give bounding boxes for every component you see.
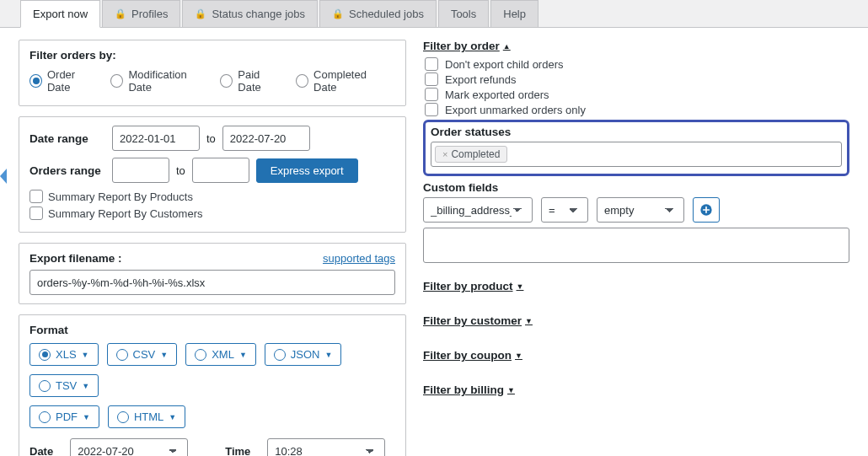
range-panel: Date range to Orders range to Express ex… [19,116,406,233]
caret-down-icon: ▼ [239,351,247,359]
date-from-input[interactable] [112,126,200,151]
orders-range-label: Orders range [29,164,105,177]
summary-customers-label: Summary Report By Customers [48,207,203,220]
mark-checkbox[interactable] [425,88,438,101]
caret-down-icon: ▼ [169,413,176,421]
arrow-down-icon: ▼ [517,282,524,291]
cf-operator-select[interactable]: = [541,197,588,223]
right-column: Filter by order ▲ Don't export child ord… [423,40,849,456]
refunds-checkbox[interactable] [425,72,438,86]
unmarked-checkbox[interactable] [425,103,438,116]
filter-by-product-header[interactable]: Filter by product▼ [423,280,523,292]
summary-customers-checkbox[interactable] [29,207,43,220]
format-xml[interactable]: XML▼ [185,343,256,366]
format-label: XLS [56,348,77,361]
caret-down-icon: ▼ [82,382,89,390]
caret-down-icon: ▼ [83,413,90,421]
tab-label: Profiles [131,8,168,20]
caret-down-icon: ▼ [82,351,89,359]
format-panel: Format XLS▼ CSV▼ XML▼ JSON▼ TSV▼ PDF▼ HT… [19,314,406,456]
caret-down-icon: ▼ [160,351,168,359]
format-label: CSV [133,348,156,361]
time-select[interactable]: 10:28 [267,438,385,456]
caret-down-icon: ▼ [324,351,332,359]
format-json[interactable]: JSON▼ [265,343,342,366]
date-to-input[interactable] [222,126,310,151]
radio-icon [116,349,128,361]
datetime-row: Date 2022-07-20 Time 10:28 [29,438,395,456]
check-label: Export refunds [445,73,517,86]
date-range-row: Date range to [29,126,395,151]
plus-circle-icon [699,203,713,217]
tab-help[interactable]: Help [490,0,538,27]
cf-value-select[interactable]: empty [597,197,684,223]
radio-label: Completed Date [313,68,387,94]
summary-products-row: Summary Report By Products [29,190,395,203]
refunds-row: Export refunds [425,72,849,86]
format-label: TSV [56,379,77,392]
section-title: Filter by order [423,40,500,52]
date-select[interactable]: 2022-07-20 [70,438,188,456]
remove-tag-icon[interactable]: × [442,149,447,159]
unmarked-row: Export unmarked orders only [425,103,849,116]
orders-range-row: Orders range to Express export [29,158,395,183]
format-row-1: XLS▼ CSV▼ XML▼ JSON▼ TSV▼ [29,343,395,397]
filter-by-billing-header[interactable]: Filter by billing▼ [423,384,515,396]
radio-order-date[interactable] [29,74,42,88]
orders-from-input[interactable] [112,158,169,183]
add-custom-field-button[interactable] [693,197,720,223]
format-label: PDF [56,410,78,423]
status-tag: × Completed [435,146,507,163]
left-column: Filter orders by: Order Date Modificatio… [19,40,406,456]
order-statuses-title: Order statuses [431,126,842,138]
format-xls[interactable]: XLS▼ [29,343,99,366]
arrow-down-icon: ▼ [507,386,515,394]
cf-field-select[interactable]: _billing_address_1 [423,197,533,223]
to-word: to [206,132,216,145]
filename-label: Export filename : [29,252,122,265]
orders-to-input[interactable] [192,158,249,183]
arrow-down-icon: ▼ [525,317,533,325]
section-title: Filter by billing [423,384,504,396]
format-tsv[interactable]: TSV▼ [29,374,99,397]
radio-label: Modification Date [128,68,206,94]
supported-tags-link[interactable]: supported tags [323,252,395,265]
lock-icon: 🔒 [195,8,206,19]
time-label: Time [225,445,250,457]
radio-modification-date[interactable] [110,74,123,88]
filter-by-coupon-header[interactable]: Filter by coupon▼ [423,349,522,362]
summary-products-label: Summary Report By Products [48,190,193,203]
custom-fields-title: Custom fields [423,181,849,194]
radio-icon [39,349,51,361]
tab-label: Status change jobs [212,8,305,20]
arrow-down-icon: ▼ [515,351,522,360]
format-pdf[interactable]: PDF▼ [29,405,99,428]
status-tag-input[interactable]: × Completed [431,142,842,167]
tab-label: Scheduled jobs [349,8,424,20]
tab-status-jobs[interactable]: 🔒Status change jobs [182,0,318,27]
format-row-2: PDF▼ HTML▼ [29,405,395,428]
filename-input[interactable] [29,270,395,295]
to-word: to [176,164,185,177]
format-html[interactable]: HTML▼ [108,405,185,428]
tab-scheduled-jobs[interactable]: 🔒Scheduled jobs [319,0,437,27]
filter-by-order-header[interactable]: Filter by order ▲ [423,40,511,52]
tab-tools[interactable]: Tools [438,0,489,27]
custom-fields-area[interactable] [423,228,849,263]
radio-completed-date[interactable] [296,74,308,88]
radio-icon [274,349,286,361]
radio-icon [39,411,51,423]
section-title: Filter by coupon [423,349,512,362]
arrow-up-icon: ▲ [503,42,511,51]
format-label: XML [212,348,234,361]
summary-products-checkbox[interactable] [29,190,43,203]
filter-by-customer-header[interactable]: Filter by customer▼ [423,314,533,327]
express-export-button[interactable]: Express export [256,158,358,183]
mark-row: Mark exported orders [425,88,849,101]
tab-export-now[interactable]: Export now [20,0,100,28]
tab-profiles[interactable]: 🔒Profiles [102,0,180,27]
format-csv[interactable]: CSV▼ [107,343,178,366]
no-child-checkbox[interactable] [425,57,438,71]
radio-paid-date[interactable] [220,74,233,88]
radio-icon [117,411,129,423]
